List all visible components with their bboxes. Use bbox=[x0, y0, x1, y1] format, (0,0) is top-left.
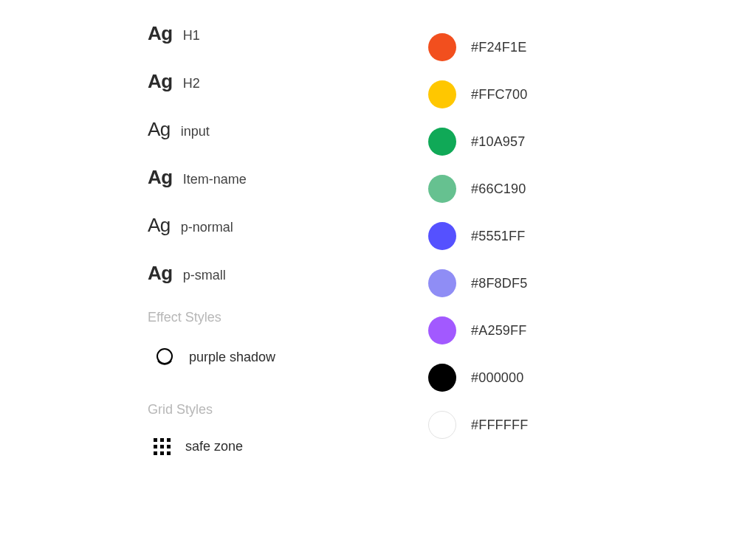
color-swatch bbox=[428, 222, 456, 250]
grid-style-label: safe zone bbox=[185, 439, 243, 454]
grid-dots-icon bbox=[154, 438, 171, 455]
color-hex-label: #F24F1E bbox=[471, 40, 526, 55]
typography-style-label: input bbox=[181, 124, 210, 139]
typography-sample-glyph: Ag bbox=[148, 262, 173, 285]
typography-style-label: p-normal bbox=[181, 220, 233, 235]
color-hex-label: #A259FF bbox=[471, 323, 526, 339]
color-swatch bbox=[428, 316, 456, 344]
typography-style-label: p-small bbox=[183, 268, 226, 283]
color-swatch bbox=[428, 175, 456, 203]
color-hex-label: #5551FF bbox=[471, 229, 525, 244]
effect-style-label: purple shadow bbox=[189, 350, 275, 365]
color-hex-label: #000000 bbox=[471, 370, 523, 386]
typography-style-label: H1 bbox=[183, 28, 200, 44]
color-swatch-item[interactable]: #000000 bbox=[428, 364, 620, 392]
color-swatch-item[interactable]: #10A957 bbox=[428, 128, 620, 156]
typography-sample-glyph: Ag bbox=[148, 118, 171, 141]
effect-style-item[interactable]: purple shadow bbox=[154, 346, 413, 368]
color-swatch-item[interactable]: #8F8DF5 bbox=[428, 269, 620, 297]
style-guide-left-column: AgH1AgH2AginputAgItem-nameAgp-normalAgp-… bbox=[148, 22, 413, 455]
grid-style-item[interactable]: safe zone bbox=[154, 438, 413, 455]
typography-style-item[interactable]: AgH2 bbox=[148, 70, 413, 93]
effect-styles-heading: Effect Styles bbox=[148, 310, 413, 325]
color-swatch-list: #F24F1E#FFC700#10A957#66C190#5551FF#8F8D… bbox=[428, 33, 620, 458]
color-swatch-item[interactable]: #FFFFFF bbox=[428, 411, 620, 439]
color-swatch bbox=[428, 128, 456, 156]
color-swatch-item[interactable]: #66C190 bbox=[428, 175, 620, 203]
color-swatch-item[interactable]: #F24F1E bbox=[428, 33, 620, 61]
typography-sample-glyph: Ag bbox=[148, 70, 173, 93]
typography-sample-glyph: Ag bbox=[148, 22, 173, 45]
typography-style-item[interactable]: Agp-normal bbox=[148, 214, 413, 237]
typography-sample-glyph: Ag bbox=[148, 214, 171, 237]
typography-style-label: Item-name bbox=[183, 172, 247, 187]
color-hex-label: #FFC700 bbox=[471, 87, 527, 103]
effect-shadow-icon bbox=[154, 346, 176, 368]
typography-style-label: H2 bbox=[183, 76, 200, 91]
typography-style-item[interactable]: Agp-small bbox=[148, 262, 413, 285]
color-swatch bbox=[428, 269, 456, 297]
color-swatch-item[interactable]: #A259FF bbox=[428, 316, 620, 344]
typography-style-item[interactable]: AgH1 bbox=[148, 22, 413, 45]
color-swatch-item[interactable]: #5551FF bbox=[428, 222, 620, 250]
color-swatch bbox=[428, 411, 456, 439]
color-hex-label: #66C190 bbox=[471, 181, 526, 197]
typography-sample-glyph: Ag bbox=[148, 166, 173, 189]
color-hex-label: #8F8DF5 bbox=[471, 276, 527, 291]
color-swatch bbox=[428, 80, 456, 108]
color-swatch-item[interactable]: #FFC700 bbox=[428, 80, 620, 108]
color-swatch bbox=[428, 33, 456, 61]
typography-style-item[interactable]: Aginput bbox=[148, 118, 413, 141]
color-swatch bbox=[428, 364, 456, 392]
color-hex-label: #FFFFFF bbox=[471, 418, 528, 433]
grid-styles-heading: Grid Styles bbox=[148, 402, 413, 418]
typography-style-item[interactable]: AgItem-name bbox=[148, 166, 413, 189]
typography-style-list: AgH1AgH2AginputAgItem-nameAgp-normalAgp-… bbox=[148, 22, 413, 285]
color-hex-label: #10A957 bbox=[471, 134, 525, 150]
